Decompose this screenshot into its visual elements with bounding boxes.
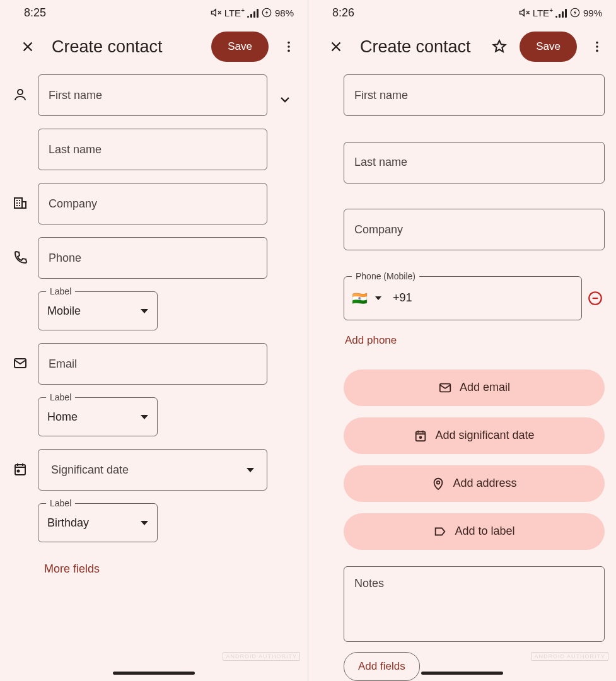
status-time: 8:25	[24, 6, 46, 20]
country-code: +91	[393, 291, 412, 305]
nav-bar[interactable]	[113, 672, 195, 675]
svg-rect-6	[22, 202, 26, 208]
add-address-chip[interactable]: Add address	[344, 465, 605, 502]
svg-rect-5	[15, 198, 22, 208]
status-bar: 8:26 LTE+ 99%	[308, 0, 616, 25]
add-label-chip[interactable]: Add to label	[344, 513, 605, 550]
company-field[interactable]	[344, 209, 605, 264]
svg-point-2	[288, 45, 290, 48]
mute-icon	[211, 7, 222, 18]
more-fields-link[interactable]: More fields	[39, 555, 296, 583]
notes-field[interactable]: Notes	[344, 566, 605, 643]
svg-point-17	[420, 436, 422, 438]
calendar-icon	[414, 429, 427, 443]
expand-name-button[interactable]	[274, 87, 296, 112]
phone-field[interactable]	[38, 237, 267, 279]
network-text: LTE+	[224, 7, 245, 18]
last-name-field[interactable]	[344, 142, 605, 197]
chevron-down-icon	[141, 415, 148, 419]
chevron-down-icon	[141, 521, 148, 525]
first-name-field[interactable]	[38, 74, 267, 116]
svg-point-18	[437, 480, 440, 484]
phone-row: Phone (Mobile) 🇮🇳 +91	[344, 276, 605, 320]
svg-point-4	[18, 90, 23, 95]
phone-left: 8:25 LTE+ 98% Create contact Save	[0, 0, 308, 681]
close-button[interactable]	[15, 34, 40, 59]
add-fields-button[interactable]: Add fields	[344, 652, 420, 681]
form: Phone (Mobile) 🇮🇳 +91 Add phone Add emai…	[308, 74, 616, 681]
status-right: LTE+ 99%	[519, 7, 602, 18]
status-time: 8:26	[332, 6, 354, 20]
signal-icon	[555, 8, 567, 18]
header: Create contact Save	[308, 25, 616, 74]
email-label-select[interactable]: Label Home	[38, 397, 158, 436]
page-title: Create contact	[360, 37, 479, 57]
mute-icon	[519, 7, 530, 18]
header: Create contact Save	[0, 25, 308, 74]
svg-point-12	[596, 45, 598, 48]
company-icon	[9, 183, 32, 211]
phone-label-select[interactable]: Label Mobile	[38, 291, 158, 330]
email-icon	[9, 343, 32, 371]
date-label-select[interactable]: Label Birthday	[38, 503, 158, 542]
save-button[interactable]: Save	[211, 32, 269, 62]
form: Label Mobile Label Home	[0, 74, 308, 681]
svg-point-1	[288, 42, 290, 44]
nav-bar[interactable]	[421, 672, 503, 675]
first-name-field[interactable]	[344, 74, 605, 129]
svg-point-13	[596, 50, 598, 52]
page-title: Create contact	[52, 37, 204, 57]
chevron-down-icon	[141, 309, 148, 313]
svg-point-3	[288, 50, 290, 52]
status-bar: 8:25 LTE+ 98%	[0, 0, 308, 25]
star-button[interactable]	[487, 34, 512, 59]
chevron-down-icon	[375, 296, 381, 300]
chevron-down-icon	[247, 468, 254, 472]
svg-point-9	[18, 470, 20, 472]
phone-mobile-field[interactable]: Phone (Mobile) 🇮🇳 +91	[344, 276, 582, 320]
status-right: LTE+ 98%	[211, 7, 294, 18]
label-icon	[433, 525, 447, 538]
add-date-chip[interactable]: Add significant date	[344, 417, 605, 454]
email-field[interactable]	[38, 343, 267, 385]
network-text: LTE+	[533, 7, 553, 18]
calendar-icon	[9, 449, 32, 477]
overflow-menu[interactable]	[584, 34, 610, 59]
sig-date-field[interactable]: Significant date	[38, 449, 267, 491]
person-icon	[9, 74, 32, 102]
flag-icon: 🇮🇳	[352, 291, 368, 306]
svg-point-11	[596, 42, 598, 44]
add-phone-link[interactable]: Add phone	[344, 327, 605, 354]
add-email-chip[interactable]: Add email	[344, 370, 605, 406]
battery-pct: 98%	[275, 8, 294, 18]
pin-icon	[431, 477, 445, 491]
overflow-menu[interactable]	[276, 34, 301, 59]
last-name-field[interactable]	[38, 129, 267, 170]
svg-rect-8	[15, 465, 25, 475]
battery-icon	[261, 7, 272, 18]
battery-icon	[569, 7, 581, 18]
company-field[interactable]	[38, 183, 267, 224]
phone-icon	[9, 237, 32, 265]
signal-icon	[247, 8, 259, 18]
save-button[interactable]: Save	[520, 32, 577, 62]
close-button[interactable]	[323, 34, 349, 59]
battery-pct: 99%	[583, 8, 602, 18]
email-icon	[438, 381, 452, 395]
remove-phone-button[interactable]	[586, 290, 605, 306]
phone-right: 8:26 LTE+ 99% Create contact Save	[308, 0, 616, 681]
